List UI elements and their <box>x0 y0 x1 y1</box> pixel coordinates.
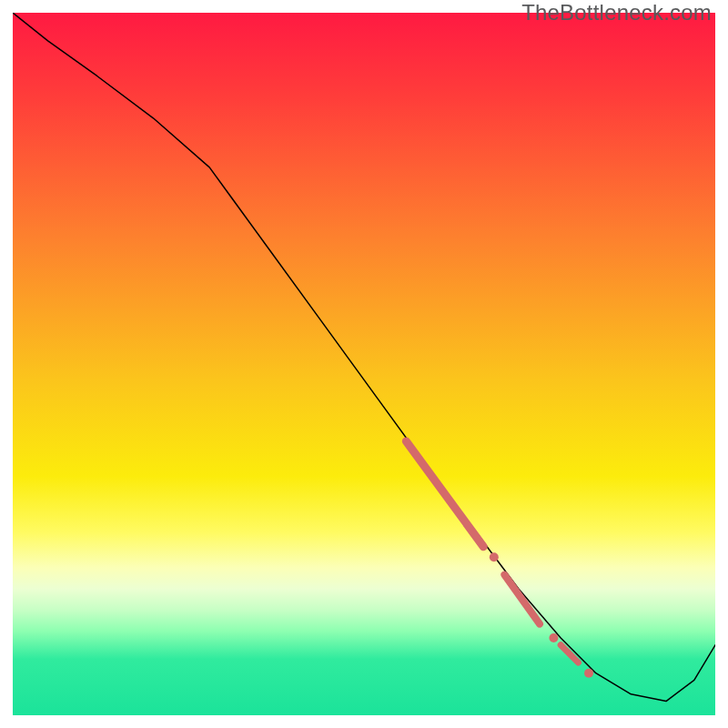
watermark-text: TheBottleneck.com <box>521 0 712 25</box>
chart-svg <box>13 13 715 715</box>
data-point <box>549 633 558 642</box>
bottleneck-curve <box>13 13 715 702</box>
highlight-seg-2 <box>504 575 540 624</box>
data-point <box>490 552 499 561</box>
chart-container: TheBottleneck.com <box>0 0 728 728</box>
highlight-thick <box>406 441 483 547</box>
data-point <box>584 669 593 678</box>
plot-area <box>13 13 715 715</box>
